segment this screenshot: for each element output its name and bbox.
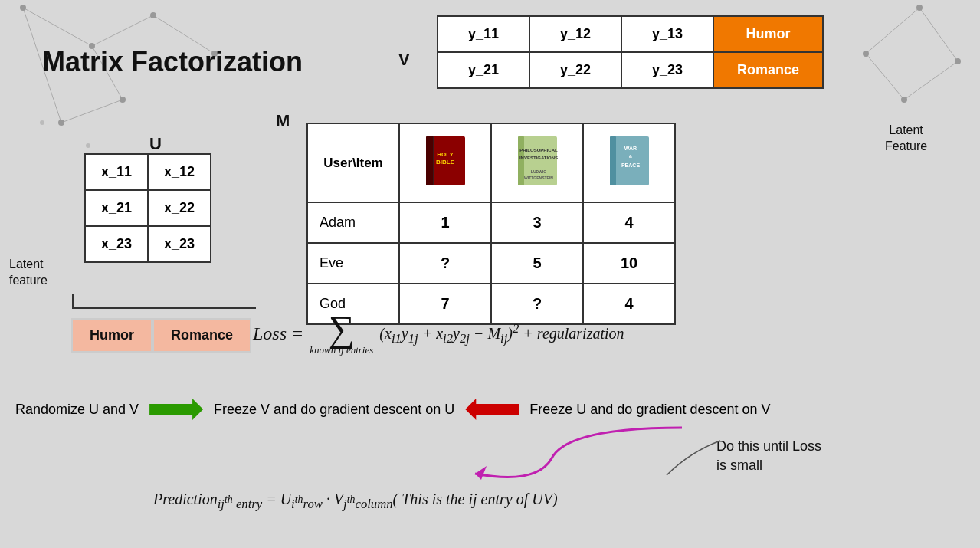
- m-adam-bible: 1: [399, 202, 491, 243]
- u-cell-23a: x_23: [85, 226, 148, 262]
- page-title: Matrix Factorization: [42, 46, 303, 78]
- latent-feature-right-label: Latent Feature: [885, 123, 927, 155]
- m-adam-name: Adam: [307, 202, 399, 243]
- m-header-useritem: User\Item: [307, 123, 399, 202]
- u-cell-21: x_21: [85, 190, 148, 226]
- u-cell-12: x_12: [148, 154, 211, 190]
- m-header-philosophical: PHILOSOPHICAL INVESTIGATIONS LUDWIG WITT…: [491, 123, 583, 202]
- loss-label: Loss =: [253, 323, 303, 344]
- svg-text:WAR: WAR: [624, 146, 636, 151]
- loss-expression: (xi1y1j + xi2y2j − Mij)2 + regularizatio…: [379, 321, 624, 346]
- romance-label-u: Romance: [152, 318, 251, 353]
- v-cell-22: y_22: [529, 52, 621, 88]
- latent-feature-brace: [72, 294, 256, 309]
- step3-label: Freeze U and do gradient descent on V: [529, 402, 770, 418]
- svg-marker-38: [475, 466, 487, 480]
- svg-rect-23: [426, 136, 434, 185]
- svg-text:PHILOSOPHICAL: PHILOSOPHICAL: [519, 148, 558, 153]
- u-matrix-table: x_11 x_12 x_21 x_22 x_23 x_23: [84, 153, 211, 263]
- v-cell-23: y_23: [621, 52, 713, 88]
- do-until-label: Do this until Loss is small: [716, 437, 821, 475]
- svg-text:INVESTIGATIONS: INVESTIGATIONS: [519, 156, 557, 160]
- v-cell-12: y_12: [529, 16, 621, 52]
- bible-book-icon: HOLY BIBLE: [424, 135, 467, 187]
- arrow-red-icon: [465, 399, 519, 420]
- m-matrix-label: M: [276, 111, 290, 131]
- u-feature-labels: Humor Romance: [71, 318, 251, 353]
- svg-text:HOLY: HOLY: [437, 151, 454, 158]
- latent-feature-left-label: Latent feature: [9, 257, 48, 289]
- svg-text:LUDWIG: LUDWIG: [530, 169, 546, 174]
- pointer-line: [659, 437, 728, 483]
- u-cell-23b: x_23: [148, 226, 211, 262]
- step1-label: Randomize U and V: [15, 402, 139, 418]
- u-cell-11: x_11: [85, 154, 148, 190]
- sigma-notation: ∑ known ij entries: [310, 310, 373, 356]
- svg-text:PEACE: PEACE: [621, 162, 639, 168]
- v-romance-col: Romance: [713, 52, 823, 88]
- u-matrix-label: U: [149, 134, 162, 154]
- m-eve-philosophical: 5: [491, 243, 583, 284]
- humor-label-u: Humor: [71, 318, 152, 353]
- v-cell-13: y_13: [621, 16, 713, 52]
- war-book-icon: WAR & PEACE: [608, 135, 651, 187]
- philosophical-book-icon: PHILOSOPHICAL INVESTIGATIONS LUDWIG WITT…: [516, 135, 559, 187]
- u-cell-22: x_22: [148, 190, 211, 226]
- v-cell-11: y_11: [438, 16, 529, 52]
- m-eve-bible: ?: [399, 243, 491, 284]
- m-adam-philosophical: 3: [491, 202, 583, 243]
- steps-row: Randomize U and V Freeze V and do gradie…: [15, 399, 771, 420]
- loss-formula-area: Loss = ∑ known ij entries (xi1y1j + xi2y…: [253, 310, 624, 356]
- m-header-bible: HOLY BIBLE: [399, 123, 491, 202]
- m-header-war: WAR & PEACE: [583, 123, 675, 202]
- m-eve-war: 10: [583, 243, 675, 284]
- svg-rect-34: [610, 136, 616, 185]
- prediction-formula: Predictionijth entry = Uithrow · Vjthcol…: [153, 491, 558, 512]
- v-matrix-table: y_11 y_12 y_13 Humor y_21 y_22 y_23 Roma…: [437, 15, 824, 89]
- m-matrix-table: User\Item HOLY BIBLE: [306, 123, 676, 325]
- v-matrix-label: V: [398, 50, 410, 70]
- v-cell-21: y_21: [438, 52, 529, 88]
- svg-text:&: &: [628, 154, 632, 159]
- m-eve-name: Eve: [307, 243, 399, 284]
- svg-rect-28: [518, 136, 524, 185]
- svg-text:WITTGENSTEIN: WITTGENSTEIN: [524, 176, 553, 180]
- arrow-green-icon: [149, 399, 203, 420]
- v-humor-col: Humor: [713, 16, 823, 52]
- step2-label: Freeze V and do gradient descent on U: [214, 402, 454, 418]
- m-adam-war: 4: [583, 202, 675, 243]
- svg-text:BIBLE: BIBLE: [436, 159, 455, 166]
